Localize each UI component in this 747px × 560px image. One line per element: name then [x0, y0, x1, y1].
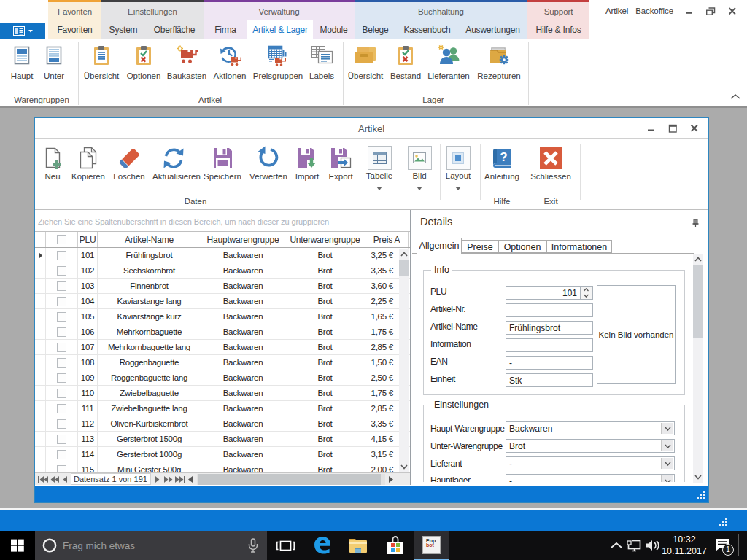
svg-text:?: ? — [500, 150, 507, 164]
